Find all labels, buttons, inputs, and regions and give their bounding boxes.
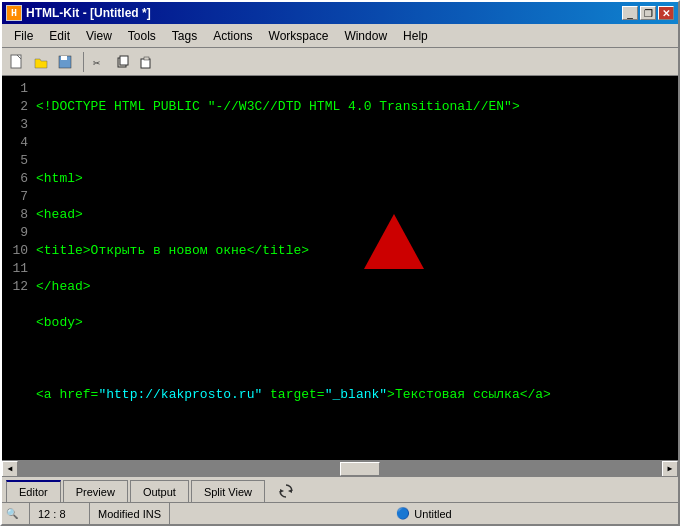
line-num-3: 3	[6, 116, 28, 134]
svg-rect-7	[141, 59, 150, 68]
code-line-9: <a href="http://kakprosto.ru" target="_b…	[36, 386, 674, 404]
toolbar: ✂	[2, 48, 678, 76]
svg-text:✂: ✂	[93, 57, 100, 70]
status-position: 12 : 8	[30, 503, 90, 524]
paste-icon	[139, 54, 155, 70]
line-num-5: 5	[6, 152, 28, 170]
code-line-10	[36, 422, 674, 440]
code-line-5: <title>Открыть в новом окне</title>	[36, 242, 674, 260]
code-line-8	[36, 350, 674, 368]
tab-output[interactable]: Output	[130, 480, 189, 502]
window-title: HTML-Kit - [Untitled *]	[26, 6, 151, 20]
svg-rect-6	[120, 56, 128, 65]
restore-button[interactable]: ❐	[640, 6, 656, 20]
scroll-track[interactable]	[18, 461, 662, 477]
status-icon-area: 🔍	[2, 503, 30, 524]
menu-tools[interactable]: Tools	[120, 27, 164, 45]
menu-help[interactable]: Help	[395, 27, 436, 45]
toolbar-btn-6[interactable]	[136, 51, 158, 73]
file-icon: 🔵	[396, 507, 410, 520]
status-filename-text: Untitled	[414, 508, 451, 520]
code-line-3: <html>	[36, 170, 674, 188]
line-num-8: 8	[6, 206, 28, 224]
horizontal-scrollbar[interactable]: ◀ ▶	[2, 460, 678, 476]
status-filename-area: 🔵 Untitled	[170, 503, 678, 524]
code-line-4: <head>	[36, 206, 674, 224]
line-num-11: 11	[6, 260, 28, 278]
menu-window[interactable]: Window	[336, 27, 395, 45]
status-search-icon: 🔍	[6, 508, 18, 519]
line-num-2: 2	[6, 98, 28, 116]
code-line-6: </head>	[36, 278, 674, 296]
menu-bar: File Edit View Tools Tags Actions Worksp…	[2, 24, 678, 48]
toolbar-btn-2[interactable]	[30, 51, 52, 73]
code-line-2	[36, 134, 674, 152]
title-buttons: _ ❐ ✕	[622, 6, 674, 20]
tab-editor[interactable]: Editor	[6, 480, 61, 502]
new-icon	[9, 54, 25, 70]
svg-rect-8	[144, 57, 149, 60]
code-editor[interactable]: <!DOCTYPE HTML PUBLIC "-//W3C//DTD HTML …	[32, 76, 678, 460]
toolbar-btn-4[interactable]: ✂	[88, 51, 110, 73]
code-line-7: <body>	[36, 314, 674, 332]
line-num-1: 1	[6, 80, 28, 98]
tab-preview[interactable]: Preview	[63, 480, 128, 502]
main-window: H HTML-Kit - [Untitled *] _ ❐ ✕ File Edi…	[0, 0, 680, 526]
line-numbers: 1 2 3 4 5 6 7 8 9 10 11 12	[2, 76, 32, 460]
open-icon	[33, 54, 49, 70]
scroll-right-button[interactable]: ▶	[662, 461, 678, 477]
code-line-1: <!DOCTYPE HTML PUBLIC "-//W3C//DTD HTML …	[36, 98, 674, 116]
line-num-10: 10	[6, 242, 28, 260]
tab-split-view[interactable]: Split View	[191, 480, 265, 502]
menu-actions[interactable]: Actions	[205, 27, 260, 45]
refresh-icon	[277, 482, 295, 500]
svg-marker-10	[280, 489, 284, 493]
cut-icon: ✂	[91, 54, 107, 70]
scroll-thumb[interactable]	[340, 462, 380, 476]
toolbar-btn-1[interactable]	[6, 51, 28, 73]
svg-marker-9	[288, 489, 292, 493]
line-num-6: 6	[6, 170, 28, 188]
line-num-7: 7	[6, 188, 28, 206]
title-bar: H HTML-Kit - [Untitled *] _ ❐ ✕	[2, 2, 678, 24]
line-num-12: 12	[6, 278, 28, 296]
tab-refresh-button[interactable]	[275, 480, 297, 502]
menu-workspace[interactable]: Workspace	[261, 27, 337, 45]
line-num-4: 4	[6, 134, 28, 152]
minimize-button[interactable]: _	[622, 6, 638, 20]
scroll-left-button[interactable]: ◀	[2, 461, 18, 477]
svg-rect-3	[61, 56, 67, 60]
status-mode: Modified INS	[90, 503, 170, 524]
copy-icon	[115, 54, 131, 70]
menu-edit[interactable]: Edit	[41, 27, 78, 45]
menu-tags[interactable]: Tags	[164, 27, 205, 45]
toolbar-btn-5[interactable]	[112, 51, 134, 73]
close-button[interactable]: ✕	[658, 6, 674, 20]
toolbar-separator	[80, 52, 84, 72]
line-num-9: 9	[6, 224, 28, 242]
save-icon	[57, 54, 73, 70]
menu-file[interactable]: File	[6, 27, 41, 45]
tab-bar: Editor Preview Output Split View	[2, 476, 678, 502]
toolbar-btn-3[interactable]	[54, 51, 76, 73]
title-bar-left: H HTML-Kit - [Untitled *]	[6, 5, 151, 21]
menu-view[interactable]: View	[78, 27, 120, 45]
status-bar: 🔍 12 : 8 Modified INS 🔵 Untitled	[2, 502, 678, 524]
tab-extra	[275, 480, 297, 502]
app-icon: H	[6, 5, 22, 21]
editor-area: 1 2 3 4 5 6 7 8 9 10 11 12 <!DOCTYPE HTM…	[2, 76, 678, 460]
